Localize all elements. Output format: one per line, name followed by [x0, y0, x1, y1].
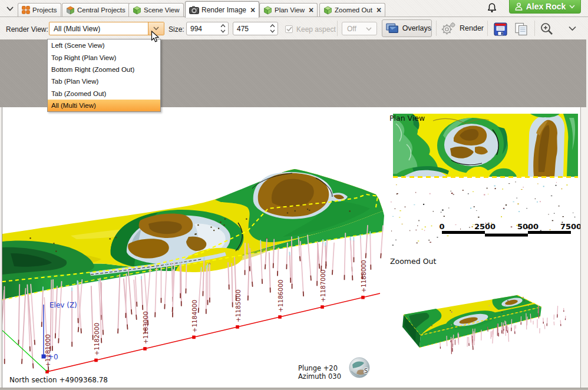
tab-zoomed-out[interactable]: Zoomed Out × [319, 3, 385, 16]
spin-down-icon[interactable] [220, 29, 226, 33]
render-view-option[interactable]: Tab (Zoomed Out) [48, 88, 160, 100]
render-view-dropdown: Left (Scene View) Top Right (Plan View) … [47, 39, 161, 112]
tab-projects[interactable]: Projects [18, 3, 61, 16]
height-input[interactable]: 475 [233, 22, 278, 35]
axis-tick-label: +1187000 [319, 270, 326, 303]
main-scene-view: +1181000+1182000+1183000+1184000+1185000… [2, 169, 384, 384]
plunge-annotation: Plunge +20 [298, 364, 338, 372]
copy-icon [514, 22, 528, 36]
elev-zero-label: +0 [48, 353, 58, 361]
render-toolbar: Render View: All (Multi View) Size: 994 … [0, 17, 588, 39]
render-view-option[interactable]: All (Multi View) [48, 100, 160, 111]
compass-ball[interactable]: S [349, 358, 369, 378]
height-value: 475 [237, 25, 249, 33]
zoomed-out-panel: Zoomed Out [390, 257, 566, 354]
axis-tick-label: +1183000 [142, 311, 149, 344]
chevron-down-icon [153, 27, 159, 31]
compass-south-label: S [364, 368, 368, 374]
save-image-button[interactable] [493, 22, 508, 36]
scale-bar-label: 2500 [474, 222, 495, 231]
scene-cube-icon [323, 6, 332, 15]
scene-cube-icon [263, 6, 272, 15]
width-value: 994 [190, 25, 202, 33]
spin-up-icon[interactable] [270, 24, 275, 28]
antialias-combo[interactable]: Off [342, 22, 377, 35]
render-view-label: Render View: [6, 25, 48, 34]
overlays-toggle-button[interactable]: Overlays [382, 19, 432, 37]
render-view-option[interactable]: Tab (Plan View) [48, 75, 160, 87]
plan-view-map [393, 114, 578, 177]
tab-label: Plan View [275, 6, 305, 14]
zoomed-out-title: Zoomed Out [390, 257, 436, 266]
render-preview[interactable]: +1181000+1182000+1183000+1184000+1185000… [2, 107, 581, 388]
toolbar-separator [436, 21, 437, 36]
scale-bar-label: 7500 [560, 222, 580, 231]
tab-bar: Projects Central Projects Scene View Ren… [0, 0, 588, 17]
axis-tick-label: +1188000 [360, 260, 367, 293]
right-margin [581, 107, 588, 388]
zoom-in-button[interactable] [539, 22, 555, 36]
plan-drill-specks [391, 181, 575, 246]
notifications-bell-icon[interactable] [485, 1, 498, 14]
render-button[interactable]: Render [441, 19, 484, 37]
toolbar-separator [534, 21, 535, 36]
scale-bar-label: 5000 [517, 222, 539, 231]
tab-plan-view[interactable]: Plan View × [259, 3, 318, 16]
tab-close-icon[interactable]: × [250, 7, 255, 13]
east-axis [2, 330, 47, 371]
tab-label: Central Projects [77, 6, 125, 14]
width-input[interactable]: 994 [186, 22, 229, 35]
render-view-option[interactable]: Left (Scene View) [48, 39, 160, 51]
central-projects-icon [66, 6, 75, 15]
width-spinner[interactable] [219, 23, 227, 34]
tab-overflow-chevron-icon[interactable] [4, 4, 16, 14]
keep-aspect-checkbox[interactable] [285, 25, 293, 33]
tab-label: Scene View [144, 6, 180, 14]
render-view-option[interactable]: Bottom Right (Zoomed Out) [48, 64, 160, 75]
section-annotation: North section +4909368.78 [9, 376, 108, 384]
axis-tick-label: +1182000 [93, 323, 100, 356]
plan-view-panel: Plan View 0250050007500 [389, 114, 580, 246]
axis-tick-label: +1185000 [234, 289, 242, 322]
azimuth-annotation: Azimuth 030 [298, 372, 341, 381]
spin-down-icon[interactable] [270, 29, 275, 33]
toolbar-separator [487, 21, 488, 36]
gears-icon [441, 21, 457, 35]
axis-tick-label: +1186000 [277, 279, 284, 312]
render-label: Render [460, 24, 484, 32]
render-view-combo[interactable]: All (Multi View) [49, 22, 164, 35]
tab-label: Projects [32, 6, 57, 14]
height-spinner[interactable] [269, 23, 276, 34]
camera-icon [189, 6, 199, 14]
tab-render-image[interactable]: Render Image × [185, 1, 259, 18]
user-icon [515, 2, 523, 11]
copy-image-button[interactable] [513, 22, 530, 36]
rendered-scene: +1181000+1182000+1183000+1184000+1185000… [2, 107, 580, 386]
scene-cube-icon [133, 6, 141, 15]
antialias-value: Off [347, 25, 356, 33]
keep-aspect-label: Keep aspect [296, 25, 336, 34]
save-icon [494, 22, 507, 36]
tab-scene-view[interactable]: Scene View [128, 3, 184, 16]
window-bottom-edge [0, 388, 588, 390]
projects-grid-icon [22, 6, 30, 14]
chevron-down-icon [366, 27, 372, 31]
axis-tick-label: +1184000 [191, 300, 198, 333]
zoom-in-icon [540, 22, 554, 36]
tab-close-icon[interactable]: × [376, 7, 381, 13]
render-view-option[interactable]: Top Right (Plan View) [48, 51, 160, 63]
toolbar-more-chevron-icon[interactable] [567, 25, 577, 32]
overlays-icon [386, 22, 399, 34]
spin-up-icon[interactable] [220, 24, 226, 28]
tab-label: Zoomed Out [335, 6, 372, 14]
mouse-cursor [151, 31, 160, 46]
tab-close-icon[interactable]: × [309, 7, 313, 13]
toolbar-separator [337, 21, 338, 36]
chevron-down-icon [569, 5, 575, 9]
axis-tick-label: +1181000 [44, 334, 51, 367]
tab-central-projects[interactable]: Central Projects [62, 3, 130, 16]
scale-bar-label: 0 [439, 222, 444, 231]
plan-view-title: Plan View [389, 114, 425, 123]
user-menu-button[interactable]: Alex Rock [509, 0, 581, 14]
elev-axis-label: Elev (Z) [49, 301, 77, 309]
